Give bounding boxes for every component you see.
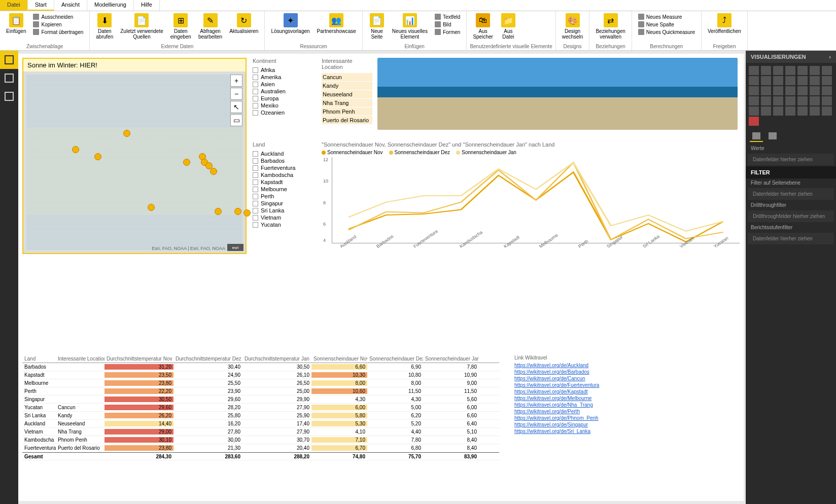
table-row[interactable]: Singapur30,5029,6029,904,304,305,60 <box>22 395 499 404</box>
location-item[interactable]: Cancun <box>322 73 372 81</box>
from-file-button[interactable]: 📁Aus Datei <box>497 12 519 41</box>
tab-help[interactable]: Hilfe <box>134 0 160 11</box>
tab-modeling[interactable]: Modellierung <box>87 0 134 11</box>
map-marker[interactable] <box>215 208 222 215</box>
viz-pane-header[interactable]: VISUALISIERUNGEN› <box>746 51 836 63</box>
viz-type-icon[interactable] <box>822 76 832 85</box>
manage-relations-button[interactable]: ⇄Beziehungen verwalten <box>593 12 628 41</box>
viz-type-icon[interactable] <box>785 106 795 116</box>
zoom-out-button[interactable]: − <box>230 88 242 100</box>
wiki-link[interactable]: https://wikitravel.org/de/Cancun <box>514 375 599 382</box>
column-header[interactable]: Sonnenscheindauer Nov <box>311 356 367 362</box>
cut-button[interactable]: Ausschneiden <box>31 13 85 20</box>
report-filter-drop[interactable]: Datenfelder hierher ziehen <box>748 233 834 244</box>
copy-button[interactable]: Kopieren <box>31 21 85 28</box>
tab-file[interactable]: Datei <box>0 0 28 11</box>
textbox-button[interactable]: Textfeld <box>433 13 462 20</box>
viz-type-icon[interactable] <box>822 66 832 75</box>
viz-type-icon[interactable] <box>797 96 808 105</box>
table-row[interactable]: Kapstadt23,5024,9026,1010,3010,8010,90 <box>22 371 499 379</box>
map-marker[interactable] <box>123 130 130 137</box>
model-view-button[interactable] <box>0 87 18 105</box>
slicer-item[interactable]: Fuerteventura <box>253 164 316 171</box>
column-header[interactable]: Durchschnittstemperatur Jan <box>242 356 311 362</box>
map-marker[interactable] <box>210 168 217 175</box>
drill-filter-drop[interactable]: Drillthroughfelder hierher ziehen <box>748 210 834 222</box>
viz-type-icon[interactable] <box>749 96 759 105</box>
wiki-link[interactable]: https://wikitravel.org/de/Sri_Lanka <box>514 428 599 435</box>
fields-tab[interactable] <box>750 131 763 142</box>
viz-type-icon[interactable] <box>810 86 820 95</box>
location-item[interactable]: Neuseeland <box>322 90 372 98</box>
viz-type-icon[interactable] <box>761 86 771 95</box>
table-row[interactable]: KambodschaPhnom Penh30,1030,0030,707,107… <box>22 436 499 444</box>
image-button[interactable]: Bild <box>433 21 462 28</box>
viz-type-icon[interactable] <box>810 96 820 105</box>
table-row[interactable]: VietnamNha Trang29,0027,8027,904,104,405… <box>22 428 499 436</box>
viz-type-icon[interactable] <box>822 106 832 116</box>
quickmeasure-button[interactable]: Neues Quickmeasure <box>636 28 697 35</box>
slicer-item[interactable]: Afrika <box>253 66 316 74</box>
land-slicer[interactable]: Land AucklandBarbadosFuerteventuraKambod… <box>253 141 316 254</box>
table-row[interactable]: Barbados31,2030,4030,506,606,907,80 <box>22 363 499 371</box>
wiki-link[interactable]: https://wikitravel.org/de/Fuerteventura <box>514 382 599 388</box>
column-header[interactable]: Sonnenscheindauer Dez <box>367 356 423 362</box>
viz-type-icon[interactable] <box>797 66 808 75</box>
slicer-item[interactable]: Melbourne <box>253 186 316 193</box>
paste-button[interactable]: 📋Einfügen <box>3 12 29 35</box>
slicer-item[interactable]: Sri Lanka <box>253 207 316 214</box>
map-marker[interactable] <box>243 209 251 217</box>
viz-type-icon[interactable] <box>749 86 759 95</box>
map-pointer-button[interactable]: ↖ <box>230 101 242 113</box>
zoom-in-button[interactable]: + <box>230 75 242 87</box>
tab-start[interactable]: Start <box>28 0 54 11</box>
enter-data-button[interactable]: ⊞Daten eingeben <box>167 12 194 41</box>
table-row[interactable]: YucatanCancun29,6028,2027,906,005,006,00 <box>22 404 499 412</box>
column-header[interactable]: Sonnenscheindauer Jan <box>423 356 479 362</box>
viz-type-icon[interactable] <box>773 106 783 116</box>
table-row[interactable]: AucklandNeuseeland14,4016,2017,405,305,2… <box>22 420 499 428</box>
viz-type-icon[interactable] <box>797 86 808 95</box>
slicer-item[interactable]: Ozeanien <box>253 109 316 116</box>
column-header[interactable]: Durchschnittstemperatur Nov <box>104 356 173 362</box>
viz-type-icon[interactable] <box>785 66 795 75</box>
new-measure-button[interactable]: Neues Measure <box>636 13 697 20</box>
partner-button[interactable]: 👥Partnershowcase <box>314 12 359 35</box>
tab-view[interactable]: Ansicht <box>54 0 87 11</box>
map-select-button[interactable]: ▭ <box>230 114 242 126</box>
report-canvas[interactable]: Sonne im Winter: HIER! + − ↖ ▭ Esri, FAO… <box>18 54 744 501</box>
wiki-link[interactable]: https://wikitravel.org/de/Kapstadt <box>514 388 599 395</box>
viz-type-icon[interactable] <box>773 76 783 85</box>
new-visual-button[interactable]: 📊Neues visuelles Element <box>389 12 431 41</box>
viz-type-icon[interactable] <box>785 96 795 105</box>
edit-queries-button[interactable]: ✎Abfragen bearbeiten <box>195 12 225 41</box>
location-item[interactable]: Phnom Penh <box>322 107 372 116</box>
viz-type-icon[interactable] <box>822 96 832 105</box>
viz-type-icon[interactable] <box>749 106 759 116</box>
table-row[interactable]: Sri LankaKandy26,2025,8025,905,806,206,6… <box>22 412 499 420</box>
switch-theme-button[interactable]: 🎨Design wechseln <box>559 12 586 41</box>
viz-type-icon[interactable] <box>749 76 759 85</box>
data-view-button[interactable] <box>0 69 18 87</box>
viz-type-icon[interactable] <box>822 86 832 95</box>
column-header[interactable]: Land <box>22 356 56 362</box>
slicer-item[interactable]: Europa <box>253 95 316 102</box>
viz-type-icon[interactable] <box>810 106 820 116</box>
location-item[interactable]: Kandy <box>322 82 372 90</box>
column-header[interactable]: Durchschnittstemperatur Dez <box>173 356 242 362</box>
table-row[interactable]: FuerteventuraPuerto del Rosario23,8021,3… <box>22 444 499 452</box>
column-header[interactable]: Interessante Location <box>56 356 104 362</box>
line-chart[interactable]: "Sonnenscheindauer Nov, Sonnenscheindaue… <box>322 141 740 254</box>
new-page-button[interactable]: 📄Neue Seite <box>366 12 388 41</box>
slicer-item[interactable]: Australien <box>253 88 316 95</box>
slicer-item[interactable]: Auckland <box>253 150 316 157</box>
wiki-link[interactable]: https://wikitravel.org/de/Barbados <box>514 369 599 375</box>
slicer-item[interactable]: Amerika <box>253 74 316 81</box>
continent-slicer[interactable]: Kontinent AfrikaAmerikaAsienAustralienEu… <box>253 58 316 135</box>
get-data-button[interactable]: ⬇Daten abrufen <box>93 12 116 41</box>
viz-type-icon[interactable] <box>797 106 808 116</box>
slicer-item[interactable]: Kapstadt <box>253 178 316 186</box>
viz-type-icon[interactable] <box>810 76 820 85</box>
table-row[interactable]: Perth22,2023,9025,0010,6011,5011,50 <box>22 387 499 395</box>
wiki-link[interactable]: https://wikitravel.org/de/Auckland <box>514 362 599 369</box>
